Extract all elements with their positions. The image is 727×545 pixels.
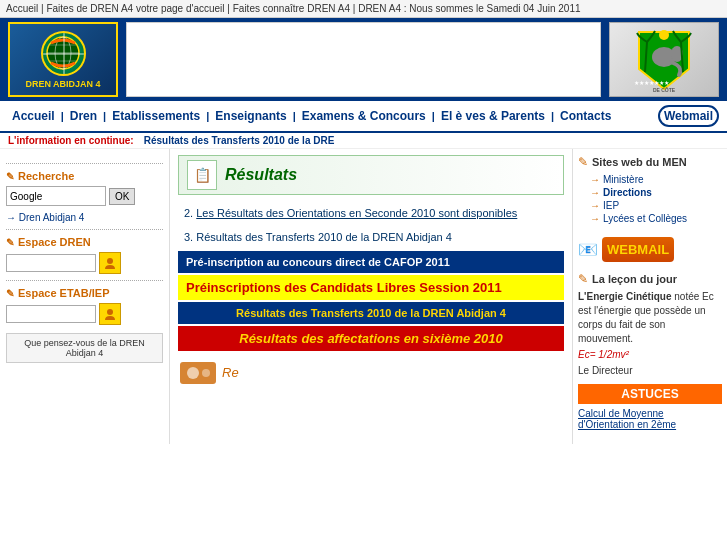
carousel-text: Re	[222, 365, 239, 380]
results-icon: 📋	[187, 160, 217, 190]
right-sidebar: ✎ Sites web du MEN →Ministère →Direction…	[572, 149, 727, 444]
sites-header: ✎ Sites web du MEN	[578, 155, 722, 169]
divider-2	[6, 229, 163, 230]
astuces-header: ASTUCES	[578, 384, 722, 404]
espace-etab-button[interactable]	[99, 303, 121, 325]
banner-candidats[interactable]: Préinscriptions des Candidats Libres Ses…	[178, 275, 564, 300]
news-ticker: L'information en continue: Résultats des…	[0, 133, 727, 149]
header-banner	[126, 22, 601, 97]
svg-point-15	[187, 367, 199, 379]
banner-transferts[interactable]: Résultats des Transferts 2010 de la DREN…	[178, 302, 564, 324]
svg-point-9	[659, 30, 669, 40]
ticker-text: Résultats des Transferts 2010 de la DRE	[144, 135, 335, 146]
nav-webmail[interactable]: Webmail	[658, 105, 719, 127]
lecon-section: ✎ La leçon du jour L'Energie Cinétique n…	[578, 272, 722, 376]
astuces-title: ASTUCES	[621, 387, 678, 401]
logo-left-text: DREN ABIDJAN 4	[25, 79, 100, 89]
nav-eleves[interactable]: El è ves & Parents	[437, 107, 549, 125]
webmail-icon: 📧	[578, 240, 598, 259]
poll-box: Que pensez-vous de la DREN Abidjan 4	[6, 333, 163, 363]
logo-right: ★★★★★★★ DE CÔTE	[609, 22, 719, 97]
news-link-1[interactable]: Les Résultats des Orientations en Second…	[196, 207, 517, 219]
topnav-item-3[interactable]: Faites connaître DREN A4	[233, 3, 350, 14]
sites-icon: ✎	[578, 155, 588, 169]
center-content: 📋 Résultats 2. Les Résultats des Orienta…	[170, 149, 572, 444]
login-icon	[103, 256, 117, 270]
banner-transferts-text: Résultats des Transferts 2010 de la DREN…	[236, 307, 506, 319]
sites-title: Sites web du MEN	[592, 156, 687, 168]
link-directions[interactable]: →Directions	[578, 186, 722, 199]
news-item-2[interactable]: 3. Résultats des Transferts 2010 de la D…	[178, 227, 564, 247]
svg-text:DE CÔTE: DE CÔTE	[653, 86, 676, 92]
dren-link[interactable]: Dren Abidjan 4	[6, 212, 163, 223]
espace-dren-title: Espace DREN	[6, 236, 163, 248]
espace-etab-input-group	[6, 303, 163, 325]
recherche-title: Recherche	[6, 170, 163, 182]
nav-enseignants[interactable]: Enseignants	[211, 107, 290, 125]
lecon-term-bold: L'Energie Cinétique	[578, 291, 672, 302]
carousel-icon	[178, 357, 218, 387]
link-ministere[interactable]: →Ministère	[578, 173, 722, 186]
search-button[interactable]: OK	[109, 188, 135, 205]
astuces-link[interactable]: Calcul de Moyenne d'Orientation en 2ème	[578, 408, 722, 430]
nav-examens[interactable]: Examens & Concours	[298, 107, 430, 125]
banner-affectations-text: Résultats des affectations en sixième 20…	[239, 331, 503, 346]
banner-candidats-text: Préinscriptions des Candidats Libres Ses…	[186, 280, 502, 295]
news-num-2: 3.	[184, 231, 193, 243]
globe-icon	[41, 31, 86, 76]
results-title: Résultats	[225, 166, 297, 184]
svg-point-13	[107, 309, 113, 315]
main-navigation: Accueil | Dren | Etablissements | Enseig…	[0, 101, 727, 133]
link-lycees[interactable]: →Lycées et Collèges	[578, 212, 722, 225]
webmail-section: 📧 WEBMAIL	[578, 233, 722, 266]
site-header: DREN ABIDJAN 4	[0, 18, 727, 101]
ticker-label: L'information en continue:	[8, 135, 134, 146]
lecon-header: ✎ La leçon du jour	[578, 272, 722, 286]
login-icon-2	[103, 307, 117, 321]
svg-point-12	[107, 258, 113, 264]
arrow-icon-1: →	[590, 174, 600, 185]
svg-point-16	[202, 369, 210, 377]
logo-left: DREN ABIDJAN 4	[8, 22, 118, 97]
nav-etablissements[interactable]: Etablissements	[108, 107, 204, 125]
topnav-date: DREN A4 : Nous sommes le Samedi 04 Juin …	[358, 3, 580, 14]
lecon-box: L'Energie Cinétique notée Ec est l'énerg…	[578, 290, 722, 376]
espace-dren-button[interactable]	[99, 252, 121, 274]
espace-dren-input[interactable]	[6, 254, 96, 272]
divider-1	[6, 163, 163, 164]
center-bottom: Re	[178, 353, 564, 391]
results-header: 📋 Résultats	[178, 155, 564, 195]
espace-etab-input[interactable]	[6, 305, 96, 323]
astuces-section: ASTUCES Calcul de Moyenne d'Orientation …	[578, 384, 722, 430]
banner-cafop[interactable]: Pré-inscription au concours direct de CA…	[178, 251, 564, 273]
webmail-button[interactable]: WEBMAIL	[602, 237, 674, 262]
sites-section: ✎ Sites web du MEN →Ministère →Direction…	[578, 155, 722, 225]
banner-cafop-text: Pré-inscription au concours direct de CA…	[186, 256, 450, 268]
nav-accueil[interactable]: Accueil	[8, 107, 59, 125]
link-iep[interactable]: →IEP	[578, 199, 722, 212]
poll-text: Que pensez-vous de la DREN Abidjan 4	[24, 338, 145, 358]
webmail-label: WEBMAIL	[607, 242, 669, 257]
search-box: OK	[6, 186, 163, 206]
news-item-1[interactable]: 2. Les Résultats des Orientations en Sec…	[178, 203, 564, 223]
espace-etab-title: Espace ETAB/IEP	[6, 287, 163, 299]
search-input[interactable]	[6, 186, 106, 206]
arrow-icon-4: →	[590, 213, 600, 224]
nav-dren[interactable]: Dren	[66, 107, 101, 125]
topnav-item-1[interactable]: Accueil	[6, 3, 38, 14]
lecon-title: La leçon du jour	[592, 273, 677, 285]
lecon-term: L'Energie Cinétique notée Ec est l'énerg…	[578, 291, 714, 344]
lecon-icon: ✎	[578, 272, 588, 286]
svg-text:★★★★★★★: ★★★★★★★	[634, 80, 669, 86]
left-sidebar: Recherche OK Dren Abidjan 4 Espace DREN …	[0, 149, 170, 444]
news-text-2: Résultats des Transferts 2010 de la DREN…	[196, 231, 452, 243]
banner-affectations[interactable]: Résultats des affectations en sixième 20…	[178, 326, 564, 351]
topnav-item-2[interactable]: Faites de DREN A4 votre page d'accueil	[46, 3, 224, 14]
le-directeur: Le Directeur	[578, 365, 722, 376]
coat-of-arms-icon: ★★★★★★★ DE CÔTE	[624, 25, 704, 95]
divider-3	[6, 280, 163, 281]
nav-contacts[interactable]: Contacts	[556, 107, 615, 125]
arrow-icon-2: →	[590, 187, 600, 198]
main-layout: Recherche OK Dren Abidjan 4 Espace DREN …	[0, 149, 727, 444]
top-navigation: Accueil | Faites de DREN A4 votre page d…	[0, 0, 727, 18]
